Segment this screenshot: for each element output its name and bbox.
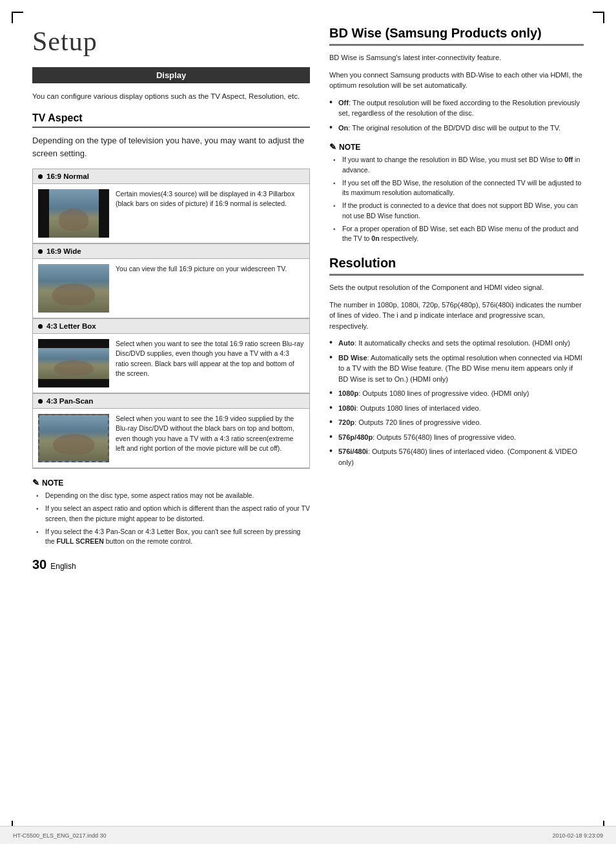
bold-text: FULL SCREEN <box>57 537 104 545</box>
list-item: Depending on the disc type, some aspect … <box>36 491 310 501</box>
aspect-header-normal: 16:9 Normal <box>33 169 309 184</box>
aspect-label-letterbox: 4:3 Letter Box <box>46 322 96 330</box>
resolution-list: Auto: It automatically checks and sets t… <box>329 338 584 468</box>
list-item: 576p/480p: Outputs 576(480) lines of pro… <box>329 432 584 443</box>
display-bar: Display <box>32 67 310 83</box>
note-icon: ✎ <box>329 142 336 152</box>
list-item: If you select the 4:3 Pan-Scan or 4:3 Le… <box>36 527 310 548</box>
left-note-title: ✎ NOTE <box>32 478 310 488</box>
aspect-desc-wide: You can view the full 16:9 picture on yo… <box>116 264 304 313</box>
bd-wise-on-desc: : The original resolution of the BD/DVD … <box>348 124 560 132</box>
res-1080i-desc: : Outputs 1080 lines of interlaced video… <box>356 404 481 412</box>
res-auto-desc: : It automatically checks and sets the o… <box>354 339 570 347</box>
aspect-label-wide: 16:9 Wide <box>46 247 81 255</box>
aspect-label-normal: 16:9 Normal <box>46 172 89 180</box>
aspect-label-panscan: 4:3 Pan-Scan <box>46 397 93 405</box>
bd-wise-note-section: ✎ NOTE If you want to change the resolut… <box>329 142 584 244</box>
res-576p-desc: : Outputs 576(480) lines of progressive … <box>373 433 516 441</box>
aspect-img-wide <box>38 264 109 313</box>
list-item: If you want to change the resolution in … <box>333 155 584 176</box>
bd-wise-title: BD Wise (Samsung Products only) <box>329 26 584 46</box>
bd-wise-off-label: Off <box>338 99 349 107</box>
aspect-body-wide: You can view the full 16:9 picture on yo… <box>33 259 309 318</box>
aspect-img-normal <box>38 189 109 238</box>
res-bdwise-desc: : Automatically sets the optimal resolut… <box>338 354 582 383</box>
footer: HT-C5500_ELS_ENG_0217.indd 30 2010-02-18… <box>0 826 616 844</box>
left-note-list: Depending on the disc type, some aspect … <box>32 491 310 547</box>
aspect-body-panscan: Select when you want to see the 16:9 vid… <box>33 409 309 468</box>
bd-wise-on-label: On <box>338 124 348 132</box>
res-720p-desc: : Outputs 720 lines of progressive video… <box>354 418 481 426</box>
aspect-header-wide: 16:9 Wide <box>33 244 309 259</box>
page-number-area: 30 English <box>32 557 310 572</box>
resolution-intro2: The number in 1080p, 1080i, 720p, 576p(4… <box>329 300 584 332</box>
page-lang: English <box>50 562 76 571</box>
bd-wise-note-label: NOTE <box>339 143 360 152</box>
footer-left: HT-C5500_ELS_ENG_0217.indd 30 <box>13 832 107 839</box>
footer-right: 2010-02-18 9:23:09 <box>552 832 603 839</box>
bullet-icon <box>38 324 43 329</box>
bd-wise-note-title: ✎ NOTE <box>329 142 584 152</box>
bullet-icon <box>38 174 43 179</box>
aspect-desc-letterbox: Select when you want to see the total 16… <box>116 339 304 387</box>
resolution-intro1: Sets the output resolution of the Compon… <box>329 282 584 293</box>
list-item: Off: The output resolution will be fixed… <box>329 98 584 119</box>
list-item: If you select an aspect ratio and option… <box>36 504 310 524</box>
aspect-header-panscan: 4:3 Pan-Scan <box>33 394 309 409</box>
corner-mark-tr <box>593 12 604 23</box>
aspect-table: 16:9 Normal <box>32 169 310 469</box>
table-row: 16:9 Normal <box>33 169 310 244</box>
note-icon: ✎ <box>32 478 39 488</box>
aspect-body-letterbox: Select when you want to see the total 16… <box>33 334 309 393</box>
aspect-desc-normal: Certain movies(4:3 source) will be displ… <box>116 189 304 238</box>
list-item: 576i/480i: Outputs 576(480) lines of int… <box>329 446 584 468</box>
res-1080p-desc: : Outputs 1080 lines of progressive vide… <box>358 389 529 397</box>
list-item: 1080i: Outputs 1080 lines of interlaced … <box>329 403 584 414</box>
list-item: Auto: It automatically checks and sets t… <box>329 338 584 349</box>
bd-wise-list: Off: The output resolution will be fixed… <box>329 98 584 134</box>
page-number: 30 <box>32 557 46 572</box>
tv-aspect-subtitle: Depending on the type of television you … <box>32 134 310 160</box>
list-item: If the product is connected to a device … <box>333 201 584 221</box>
aspect-header-letterbox: 4:3 Letter Box <box>33 319 309 334</box>
list-item: On: The original resolution of the BD/DV… <box>329 123 584 134</box>
bd-wise-para1: When you connect Samsung products with B… <box>329 70 584 91</box>
left-note-section: ✎ NOTE Depending on the disc type, some … <box>32 478 310 547</box>
list-item: 720p: Outputs 720 lines of progressive v… <box>329 417 584 428</box>
left-column: Setup Display You can configure various … <box>32 26 310 572</box>
page-title: Setup <box>32 26 310 57</box>
list-item: For a proper operation of BD Wise, set e… <box>333 224 584 245</box>
left-note-label: NOTE <box>42 479 63 488</box>
resolution-title: Resolution <box>329 256 584 276</box>
table-row: 4:3 Pan-Scan Select when you want to see… <box>33 394 310 469</box>
list-item: If you set off the BD Wise, the resoluti… <box>333 178 584 199</box>
bd-wise-off-desc: : The output resolution will be fixed ac… <box>338 99 580 118</box>
table-row: 16:9 Wide You can view the full 16:9 pic… <box>33 244 310 319</box>
bullet-icon <box>38 249 43 254</box>
page: Setup Display You can configure various … <box>0 0 616 844</box>
aspect-desc-panscan: Select when you want to see the 16:9 vid… <box>116 414 304 462</box>
list-item: 1080p: Outputs 1080 lines of progressive… <box>329 388 584 399</box>
bd-wise-intro: BD Wise is Samsung's latest inter-connec… <box>329 52 584 63</box>
aspect-img-letterbox <box>38 339 109 387</box>
res-576i-desc: : Outputs 576(480) lines of interlaced v… <box>338 448 577 466</box>
tv-aspect-title: TV Aspect <box>32 112 310 128</box>
corner-mark-tl <box>12 12 23 23</box>
content-area: Setup Display You can configure various … <box>0 0 616 611</box>
right-column: BD Wise (Samsung Products only) BD Wise … <box>329 26 584 572</box>
bullet-icon <box>38 399 43 404</box>
bd-wise-note-list: If you want to change the resolution in … <box>329 155 584 244</box>
list-item: BD Wise: Automatically sets the optimal … <box>329 353 584 385</box>
display-intro: You can configure various display option… <box>32 91 310 102</box>
aspect-img-panscan <box>38 414 109 462</box>
aspect-body-normal: Certain movies(4:3 source) will be displ… <box>33 184 309 243</box>
table-row: 4:3 Letter Box <box>33 319 310 394</box>
